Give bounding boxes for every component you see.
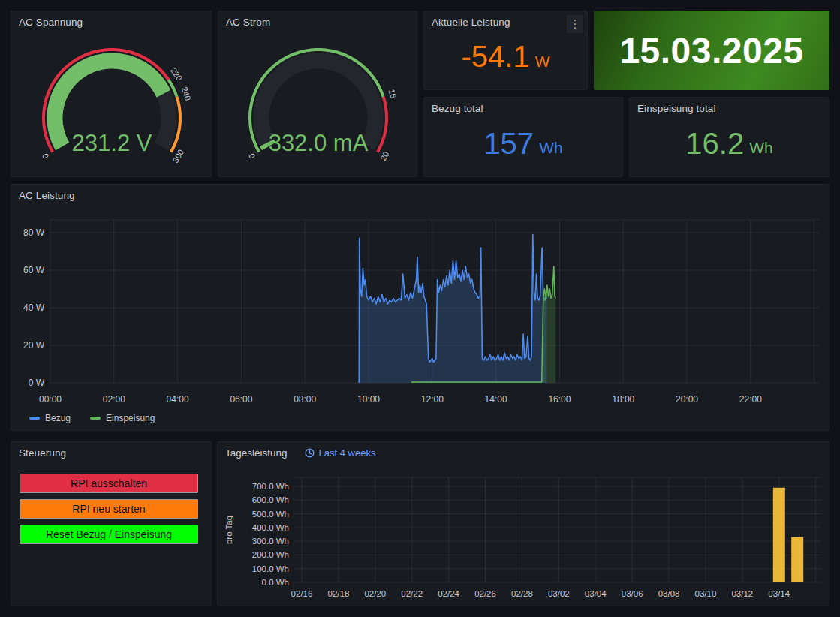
svg-text:200.0 Wh: 200.0 Wh	[252, 550, 289, 559]
svg-text:40 W: 40 W	[23, 302, 45, 313]
stat-value: 16.2	[685, 128, 744, 158]
legend-label: Einspeisung	[106, 413, 155, 423]
svg-text:03/14: 03/14	[768, 589, 790, 598]
svg-text:02/26: 02/26	[474, 589, 496, 598]
svg-text:0.0 Wh: 0.0 Wh	[262, 578, 289, 587]
svg-text:20 W: 20 W	[23, 340, 45, 351]
svg-text:80 W: 80 W	[23, 227, 45, 238]
svg-text:18:00: 18:00	[612, 394, 634, 405]
legend-item-einspeisung[interactable]: Einspeisung	[90, 413, 155, 423]
svg-text:220: 220	[169, 66, 184, 83]
svg-text:700.0 Wh: 700.0 Wh	[252, 482, 289, 491]
svg-text:03/02: 03/02	[548, 589, 570, 598]
svg-text:08:00: 08:00	[294, 394, 316, 405]
svg-text:332.0 mA: 332.0 mA	[269, 130, 369, 156]
stat-unit: Wh	[539, 131, 563, 155]
stat-value: -54.1	[462, 41, 530, 71]
svg-text:60 W: 60 W	[23, 265, 45, 275]
svg-text:0: 0	[247, 152, 257, 160]
svg-text:02/28: 02/28	[511, 589, 533, 598]
rpi-neu-starten-button[interactable]: RPI neu starten	[20, 499, 198, 519]
svg-text:02/18: 02/18	[328, 589, 350, 598]
dashboard: AC Spannung 0220240300231.2 V AC Strom 0…	[0, 0, 840, 617]
legend-marker-einspeisung	[90, 417, 101, 420]
svg-text:14:00: 14:00	[485, 394, 507, 405]
panel-ac-leistung: AC Leistung 00:0002:0004:0006:0008:0010:…	[11, 184, 829, 431]
stat-value: 157	[483, 128, 534, 158]
svg-text:pro Tag: pro Tag	[224, 516, 233, 544]
panel-einspeisung-total: Einspeisung total 16.2 Wh	[629, 97, 829, 177]
rpi-ausschalten-button[interactable]: RPI ausschalten	[20, 474, 198, 493]
tagesleistung-chart: 02/1602/1802/2002/2202/2402/2602/2803/02…	[218, 442, 829, 606]
svg-text:06:00: 06:00	[230, 394, 252, 405]
panel-tagesleistung: Tagesleistung Last 4 weeks 02/1602/1802/…	[217, 441, 829, 606]
stat-value-wrap: -54.1 W	[424, 11, 587, 89]
svg-text:100.0 Wh: 100.0 Wh	[252, 564, 289, 573]
svg-text:10:00: 10:00	[357, 394, 380, 405]
svg-text:03/12: 03/12	[731, 589, 753, 598]
svg-text:16: 16	[387, 88, 398, 99]
svg-text:600.0 Wh: 600.0 Wh	[252, 495, 289, 504]
date-value: 15.03.2025	[619, 30, 803, 71]
stat-value-wrap: 16.2 Wh	[630, 98, 829, 176]
stat-unit: W	[535, 44, 550, 69]
svg-text:12:00: 12:00	[421, 394, 444, 405]
svg-text:0: 0	[41, 152, 50, 160]
svg-text:20:00: 20:00	[676, 394, 698, 405]
panel-title: AC Strom	[226, 17, 270, 28]
svg-text:22:00: 22:00	[739, 394, 762, 405]
svg-text:04:00: 04:00	[167, 394, 189, 405]
svg-text:03/08: 03/08	[658, 589, 680, 598]
panel-date: 15.03.2025	[594, 11, 829, 90]
svg-text:20: 20	[378, 150, 391, 163]
panel-aktuelle-leistung: Aktuelle Leistung ⋮ -54.1 W	[423, 11, 588, 90]
chart-legend: Bezug Einspeisung	[29, 413, 155, 423]
svg-text:03/10: 03/10	[695, 589, 717, 598]
ac-spannung-gauge: 0220240300231.2 V	[11, 29, 212, 176]
svg-text:16:00: 16:00	[548, 394, 571, 405]
panel-ac-strom: AC Strom 01620332.0 mA	[218, 11, 417, 177]
panel-ac-spannung: AC Spannung 0220240300231.2 V	[11, 11, 212, 177]
svg-text:300.0 Wh: 300.0 Wh	[252, 537, 289, 546]
svg-text:00:00: 00:00	[39, 394, 62, 405]
stat-unit: Wh	[749, 131, 773, 155]
panel-title: AC Spannung	[19, 17, 83, 28]
legend-marker-bezug	[29, 417, 40, 420]
panel-steuerung: Steuerung RPI ausschalten RPI neu starte…	[11, 441, 212, 606]
button-column: RPI ausschalten RPI neu starten Reset Be…	[20, 474, 198, 550]
svg-text:0 W: 0 W	[29, 378, 45, 388]
panel-title: Steuerung	[19, 447, 66, 459]
legend-item-bezug[interactable]: Bezug	[29, 413, 71, 423]
stat-value-wrap: 157 Wh	[424, 98, 622, 176]
ac-leistung-chart: 00:0002:0004:0006:0008:0010:0012:0014:00…	[11, 185, 829, 410]
svg-text:231.2 V: 231.2 V	[72, 130, 152, 156]
svg-text:02/16: 02/16	[291, 589, 313, 598]
svg-text:02/22: 02/22	[401, 589, 423, 598]
ac-strom-gauge: 01620332.0 mA	[218, 29, 418, 176]
svg-text:02:00: 02:00	[103, 394, 125, 405]
svg-text:500.0 Wh: 500.0 Wh	[252, 510, 289, 519]
svg-text:400.0 Wh: 400.0 Wh	[252, 523, 289, 532]
svg-text:03/04: 03/04	[585, 589, 607, 598]
svg-text:02/24: 02/24	[438, 589, 459, 598]
date-background: 15.03.2025	[594, 11, 829, 90]
svg-text:03/06: 03/06	[622, 589, 643, 598]
svg-text:02/20: 02/20	[364, 589, 386, 598]
panel-bezug-total: Bezug total 157 Wh	[423, 97, 623, 177]
svg-text:240: 240	[180, 86, 193, 101]
reset-bezug-einspeisung-button[interactable]: Reset Bezug / Einspeisung	[20, 525, 198, 544]
legend-label: Bezug	[45, 413, 71, 423]
